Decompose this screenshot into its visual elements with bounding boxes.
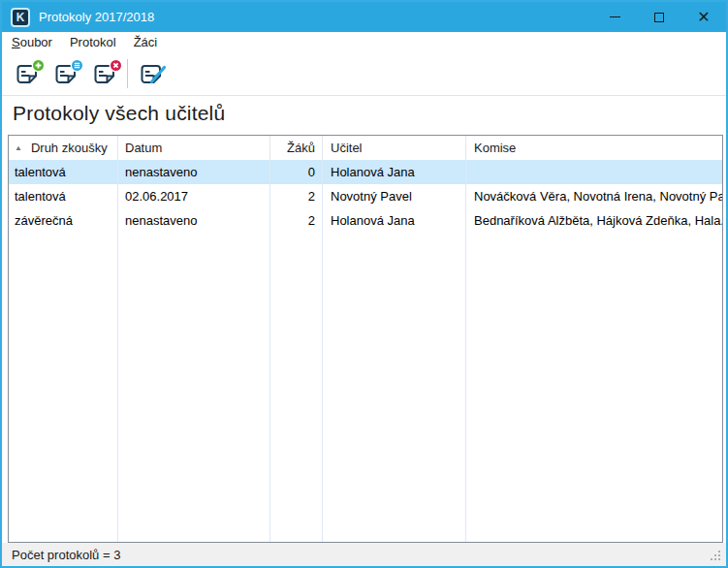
column-header-zaku[interactable]: Žáků (270, 136, 323, 160)
delete-protocol-icon (90, 58, 123, 89)
column-label: Žáků (287, 141, 315, 155)
empty-cell (466, 233, 722, 542)
protocols-table: ▲ Druh zkoušky Datum Žáků Učitel Komise … (8, 135, 723, 543)
app-icon: K (11, 8, 30, 27)
cell-komise: Nováčková Věra, Novotná Irena, Novotný P… (466, 184, 722, 208)
cell-ucitel: Holanová Jana (323, 160, 466, 184)
protocol-count-status: Počet protokolů = 3 (12, 548, 120, 562)
table-row[interactable]: závěrečná nenastaveno 2 Holanová Jana Be… (9, 208, 722, 233)
new-protocol-icon (13, 58, 46, 89)
column-header-ucitel[interactable]: Učitel (323, 136, 466, 160)
empty-cell (118, 233, 270, 542)
empty-cell (270, 233, 323, 542)
menu-bar: Soubor Protokol Žáci (2, 32, 726, 52)
menu-protokol-label: Protokol (70, 35, 116, 49)
column-header-datum[interactable]: Datum (118, 136, 270, 160)
edit-protocol-icon (137, 58, 170, 89)
maximize-button[interactable] (637, 2, 681, 32)
protocol-list-button[interactable] (48, 55, 87, 92)
protocol-list-icon (51, 58, 84, 89)
table-header-row: ▲ Druh zkoušky Datum Žáků Učitel Komise (9, 136, 722, 160)
toolbar-separator (127, 59, 128, 88)
empty-cell (9, 233, 118, 542)
app-window: K Protokoly 2017/2018 ✕ Soubor Protokol … (0, 0, 728, 568)
cell-datum: nenastaveno (118, 160, 270, 184)
minimize-icon (610, 16, 620, 17)
status-bar: Počet protokolů = 3 (2, 543, 726, 566)
menu-soubor[interactable]: Soubor (3, 33, 61, 51)
column-label: Učitel (331, 141, 363, 155)
empty-cell (323, 233, 466, 542)
table-row[interactable]: talentová 02.06.2017 2 Novotný Pavel Nov… (9, 184, 722, 208)
delete-protocol-button[interactable] (87, 55, 126, 92)
cell-datum: nenastaveno (118, 208, 270, 233)
table-empty-area (9, 233, 722, 542)
toolbar (2, 52, 726, 96)
cell-datum: 02.06.2017 (118, 184, 270, 208)
column-label: Komise (474, 141, 516, 155)
window-title: Protokoly 2017/2018 (39, 10, 154, 24)
close-icon: ✕ (697, 10, 710, 25)
new-protocol-button[interactable] (10, 55, 48, 92)
menu-soubor-accel: S (12, 35, 20, 49)
cell-ucitel: Holanová Jana (323, 208, 466, 233)
title-bar[interactable]: K Protokoly 2017/2018 ✕ (2, 2, 726, 32)
cell-ucitel: Novotný Pavel (323, 184, 466, 208)
menu-zaci[interactable]: Žáci (125, 33, 167, 51)
column-header-druh-zkousky[interactable]: ▲ Druh zkoušky (9, 136, 118, 160)
maximize-icon (654, 13, 664, 22)
menu-protokol[interactable]: Protokol (61, 33, 125, 51)
column-header-komise[interactable]: Komise (466, 136, 722, 160)
edit-protocol-button[interactable] (134, 55, 173, 92)
cell-druh: závěrečná (9, 208, 118, 233)
cell-druh: talentová (9, 184, 118, 208)
menu-soubor-label: oubor (20, 35, 52, 49)
cell-zaku: 0 (270, 160, 323, 184)
sort-ascending-icon: ▲ (15, 143, 22, 151)
window-controls: ✕ (592, 2, 726, 32)
cell-druh: talentová (9, 160, 118, 184)
table-row[interactable]: talentová nenastaveno 0 Holanová Jana (9, 160, 722, 184)
page-title: Protokoly všech učitelů (13, 102, 225, 125)
cell-komise (466, 160, 722, 184)
cell-zaku: 2 (270, 208, 323, 233)
column-label: Druh zkoušky (31, 141, 108, 155)
cell-zaku: 2 (270, 184, 323, 208)
menu-zaci-label: Žáci (134, 35, 158, 49)
resize-grip-icon[interactable] (711, 551, 712, 552)
minimize-button[interactable] (592, 2, 637, 32)
close-button[interactable]: ✕ (681, 2, 726, 32)
column-label: Datum (125, 141, 162, 155)
cell-komise: Bednaříková Alžběta, Hájková Zdeňka, Hal… (466, 208, 722, 233)
